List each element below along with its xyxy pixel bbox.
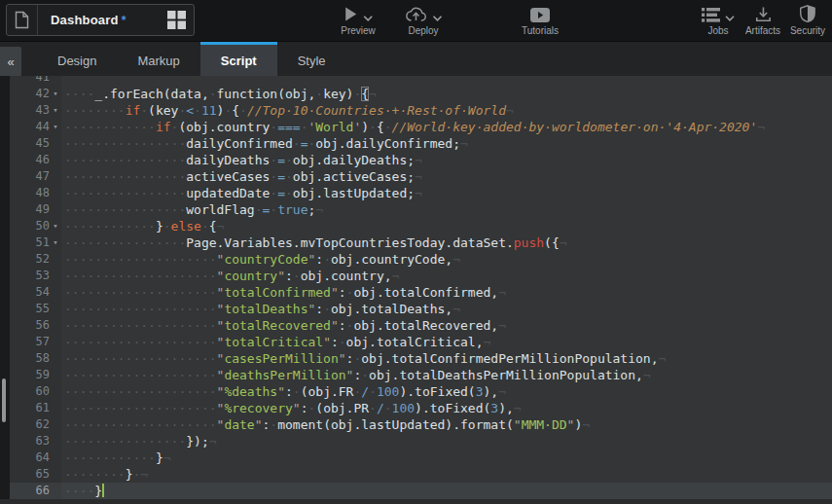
code-line[interactable]: 65········}·¬ (10, 466, 832, 483)
chevron-down-icon[interactable] (363, 16, 373, 21)
security-button[interactable]: Security (790, 4, 825, 36)
code-line[interactable]: 47················activeCases·=·obj.acti… (10, 168, 832, 185)
code-line-text: ····_.forEach(data,·function(obj,·key)·{… (61, 86, 832, 102)
code-line[interactable]: 59····················"deathsPerMillion"… (10, 367, 832, 383)
gutter-cell: 62 (10, 416, 61, 433)
line-number: 51 (36, 234, 50, 251)
left-scrollbar-track (0, 76, 10, 504)
code-line[interactable]: 63················});¬ (10, 433, 832, 450)
line-number: 66 (36, 483, 50, 499)
code-line[interactable]: 61····················"%recovery":·(obj.… (10, 400, 832, 416)
code-line-text: ················dailyConfirmed·=·obj.dai… (61, 135, 832, 152)
code-line-text: ············}·else·{¬ (61, 218, 832, 234)
gutter-cell: 52 (10, 251, 61, 268)
code-line[interactable]: 55····················"totalDeaths":·obj… (10, 301, 832, 317)
artifacts-label: Artifacts (745, 25, 780, 36)
line-number: 42 (36, 86, 50, 102)
line-number: 55 (36, 301, 50, 317)
code-line-text: ····················"deathsPerMillion":·… (61, 367, 832, 383)
pages-grid-button[interactable] (159, 5, 194, 35)
code-line[interactable]: 51▾················Page.Variables.mvTopC… (10, 234, 832, 251)
document-icon (15, 11, 29, 29)
code-line[interactable]: 41 (10, 76, 832, 86)
code-line-text: ····} (61, 483, 832, 499)
gutter-cell: 46 (10, 152, 61, 168)
gutter-cell: 56 (10, 317, 61, 334)
gutter-cell: 61 (10, 400, 61, 416)
code-line[interactable]: 48················updatedDate·=·obj.last… (10, 185, 832, 201)
collapse-panel-button[interactable]: « (0, 47, 21, 77)
gutter-cell: 64 (10, 450, 61, 466)
code-line-text: ················activeCases·=·obj.active… (61, 168, 832, 185)
code-line[interactable]: 58····················"casesPerMillion":… (10, 350, 832, 367)
fold-marker[interactable]: ▾ (50, 102, 61, 119)
tab-markup[interactable]: Markup (117, 42, 199, 76)
gutter-cell: 41 (10, 76, 61, 86)
gutter-cell: 43▾ (10, 102, 61, 119)
line-number: 62 (36, 416, 50, 433)
line-number: 61 (36, 400, 50, 416)
code-line[interactable]: 60····················"%deaths":·(obj.FR… (10, 383, 832, 400)
code-line[interactable]: 66····} (10, 483, 832, 499)
code-line[interactable]: 42▾····_.forEach(data,·function(obj,·key… (10, 86, 832, 102)
tab-design[interactable]: Design (37, 42, 117, 76)
page-selector-group: Dashboard * (6, 4, 195, 36)
code-line-text: ····················"totalConfirmed":·ob… (61, 284, 832, 301)
chevron-down-icon[interactable] (725, 16, 735, 21)
unsaved-changes-marker: * (122, 14, 127, 27)
text-cursor (102, 484, 104, 497)
code-line[interactable]: 46················dailyDeaths·=·obj.dail… (10, 152, 832, 168)
code-line[interactable]: 56····················"totalRecovered":·… (10, 317, 832, 334)
code-line-text (61, 76, 832, 86)
editor-tabbar: « DesignMarkupScriptStyle (0, 41, 832, 76)
code-line-text: ····················"countryCode":·obj.c… (61, 251, 832, 268)
code-line[interactable]: 50▾············}·else·{¬ (10, 218, 832, 234)
fold-marker[interactable]: ▾ (50, 86, 61, 102)
line-number: 54 (36, 284, 50, 301)
code-line[interactable]: 43▾········if·(key·<·11)·{·//Top·10·Coun… (10, 102, 832, 119)
fold-marker[interactable]: ▾ (50, 119, 61, 135)
tab-style[interactable]: Style (277, 42, 346, 76)
code-line[interactable]: 53····················"country":·obj.cou… (10, 268, 832, 284)
gutter-cell: 49 (10, 201, 61, 218)
page-title-wrap[interactable]: Dashboard * (38, 5, 159, 35)
code-line[interactable]: 57····················"totalCritical":·o… (10, 334, 832, 350)
code-line[interactable]: 54····················"totalConfirmed":·… (10, 284, 832, 301)
page-file-button[interactable] (7, 5, 38, 35)
preview-button[interactable]: Preview (341, 4, 376, 36)
code-editor[interactable]: 4142▾····_.forEach(data,·function(obj,·k… (0, 76, 832, 504)
gutter-cell: 55 (10, 301, 61, 317)
scrollbar-thumb[interactable] (2, 378, 6, 422)
code-line[interactable]: 52····················"countryCode":·obj… (10, 251, 832, 268)
fold-marker[interactable]: ▾ (50, 218, 61, 234)
gutter-cell: 58 (10, 350, 61, 367)
deploy-button[interactable]: Deploy (405, 4, 443, 36)
code-line[interactable]: 62····················"date":·moment(obj… (10, 416, 832, 433)
jobs-button[interactable]: Jobs (702, 4, 735, 36)
artifacts-button[interactable]: Artifacts (745, 4, 780, 36)
line-number: 60 (36, 383, 50, 400)
top-toolbar: Dashboard * PreviewDeployTutorialsJobsAr… (0, 0, 832, 41)
code-line-text: ········}·¬ (61, 466, 832, 483)
security-label: Security (790, 25, 825, 36)
code-line-text: ············if·(obj.country·===·'World')… (61, 119, 832, 135)
code-line[interactable]: 64············}¬ (10, 450, 832, 466)
gutter-cell: 48 (10, 185, 61, 201)
jobs-icon (702, 8, 720, 22)
tab-list: DesignMarkupScriptStyle (37, 42, 346, 76)
fold-marker[interactable]: ▾ (50, 234, 61, 251)
chevron-down-icon[interactable] (433, 16, 443, 21)
code-line[interactable]: 45················dailyConfirmed·=·obj.d… (10, 135, 832, 152)
code-line-text: ················});¬ (61, 433, 832, 450)
line-number: 58 (36, 350, 50, 367)
line-number: 48 (36, 185, 50, 201)
code-line-text: ····················"%deaths":·(obj.FR·/… (61, 383, 832, 400)
shield-icon (800, 5, 815, 22)
tab-script[interactable]: Script (200, 42, 277, 76)
tutorials-button[interactable]: Tutorials (522, 4, 559, 36)
gutter-cell: 45 (10, 135, 61, 152)
play-icon (343, 6, 358, 22)
code-line-text: ····················"%recovery":·(obj.PR… (61, 400, 832, 416)
code-line[interactable]: 49················worldFlag·=·true;¬ (10, 201, 832, 218)
code-line[interactable]: 44▾············if·(obj.country·===·'Worl… (10, 119, 832, 135)
